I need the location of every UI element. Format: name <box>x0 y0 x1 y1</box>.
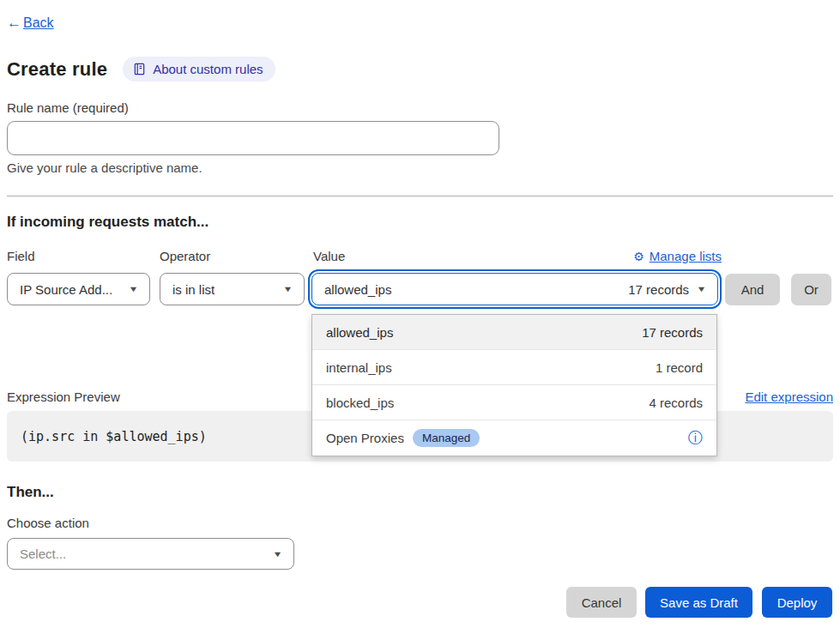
list-option-meta: 17 records <box>642 325 703 340</box>
list-option-blocked-ips[interactable]: blocked_ips 4 records <box>312 385 716 420</box>
expression-code: (ip.src in $allowed_ips) <box>21 429 207 444</box>
value-select[interactable]: allowed_ips 17 records ▼ <box>311 273 718 305</box>
and-button[interactable]: And <box>725 274 780 305</box>
manage-lists-link[interactable]: ⚙ Manage lists <box>633 249 722 263</box>
info-icon[interactable]: ⓘ <box>688 431 703 445</box>
save-as-draft-button[interactable]: Save as Draft <box>645 587 752 618</box>
action-select[interactable]: Select... ▼ <box>7 538 294 570</box>
match-section-heading: If incoming requests match... <box>7 214 208 231</box>
choose-action-label: Choose action <box>7 516 89 530</box>
list-option-name: blocked_ips <box>326 395 394 410</box>
chevron-down-icon: ▼ <box>697 285 707 293</box>
field-select[interactable]: IP Source Add... ▼ <box>7 273 150 305</box>
about-badge-label: About custom rules <box>153 62 263 76</box>
operator-label: Operator <box>160 249 210 263</box>
field-select-value: IP Source Add... <box>20 282 112 297</box>
edit-expression-link[interactable]: Edit expression <box>745 389 833 404</box>
list-option-internal-ips[interactable]: internal_ips 1 record <box>312 350 716 385</box>
field-label: Field <box>7 249 35 263</box>
value-label: Value <box>313 249 345 263</box>
list-option-meta: 1 record <box>656 360 703 375</box>
operator-select-value: is in list <box>172 282 215 297</box>
list-option-name: internal_ips <box>326 360 392 375</box>
list-option-name: allowed_ips <box>326 325 393 340</box>
rule-name-helper: Give your rule a descriptive name. <box>7 160 202 175</box>
page-title: Create rule <box>7 58 107 81</box>
operator-select[interactable]: is in list ▼ <box>160 273 305 305</box>
book-icon <box>133 63 146 75</box>
rule-name-label: Rule name (required) <box>7 100 129 115</box>
back-link[interactable]: ←Back <box>7 15 54 32</box>
managed-badge: Managed <box>413 429 480 447</box>
deploy-button[interactable]: Deploy <box>762 587 832 618</box>
about-custom-rules-link[interactable]: About custom rules <box>123 57 275 82</box>
or-button[interactable]: Or <box>791 274 831 305</box>
back-link-label: Back <box>23 15 54 31</box>
cancel-button[interactable]: Cancel <box>566 587 637 618</box>
create-rule-page: ←Back Create rule About custom rules Rul… <box>0 0 840 634</box>
list-option-name: Open Proxies <box>326 431 404 445</box>
list-dropdown-panel: allowed_ips 17 records internal_ips 1 re… <box>311 314 717 456</box>
list-option-meta: 4 records <box>649 395 703 410</box>
list-option-allowed-ips[interactable]: allowed_ips 17 records <box>312 315 716 350</box>
back-arrow-icon: ← <box>7 15 21 32</box>
expression-preview-label: Expression Preview <box>7 389 120 404</box>
manage-lists-label: Manage lists <box>650 249 722 263</box>
title-row: Create rule About custom rules <box>7 57 275 82</box>
rule-name-input[interactable] <box>7 121 499 155</box>
gear-icon: ⚙ <box>633 250 644 263</box>
action-select-placeholder: Select... <box>20 546 66 561</box>
chevron-down-icon: ▼ <box>129 285 139 293</box>
section-divider <box>7 196 833 196</box>
chevron-down-icon: ▼ <box>283 285 293 293</box>
then-section-heading: Then... <box>7 484 54 501</box>
chevron-down-icon: ▼ <box>273 550 283 559</box>
value-select-name: allowed_ips <box>324 282 391 297</box>
value-select-meta: 17 records <box>628 282 689 297</box>
list-option-open-proxies[interactable]: Open Proxies Managed ⓘ <box>312 420 716 456</box>
